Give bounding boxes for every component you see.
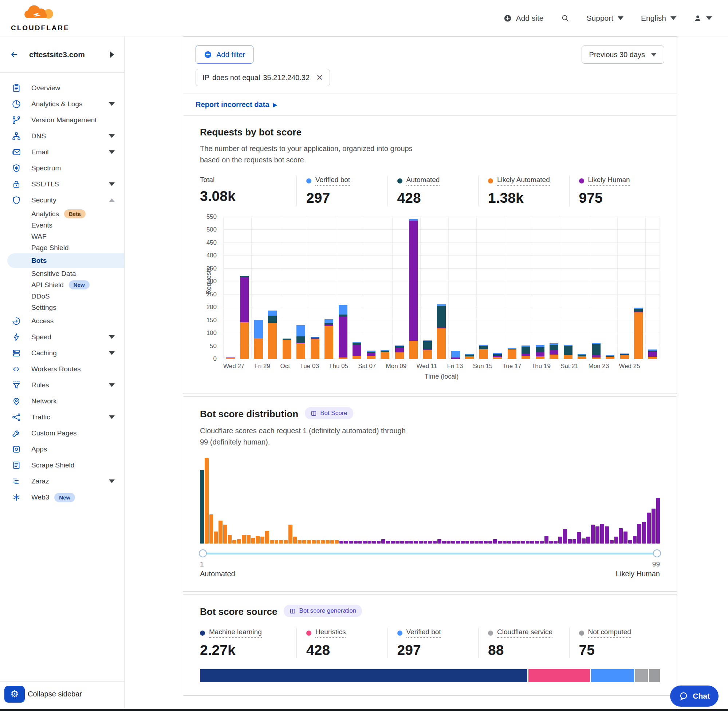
legend-dot [488,178,493,183]
sidebar-item-caching[interactable]: Caching [0,345,124,361]
filter-operator: does not equal [212,74,260,82]
not-computed-segment [649,669,660,682]
histogram-bar [205,458,209,544]
slider-handle-min[interactable] [199,549,207,558]
site-selector[interactable]: cftestsite3.com [0,36,124,73]
y-tick-label: 0 [213,356,217,363]
stat-label[interactable]: Machine learning [209,628,262,638]
sidebar-item-dns[interactable]: DNS [0,128,124,144]
sidebar-item-waf[interactable]: WAF [0,231,124,242]
support-menu[interactable]: Support [587,14,624,22]
plus-circle-icon [504,14,512,22]
sidebar-item-overview[interactable]: Overview [0,80,124,96]
stat-label[interactable]: Automated [406,176,440,186]
y-tick-label: 550 [207,213,217,221]
sidebar-item-workers-routes[interactable]: Workers Routes [0,361,124,377]
likely-automated-segment [240,322,249,359]
stat-value: 1.38k [488,190,569,206]
chevron-right-icon[interactable] [110,51,114,58]
preferences-button[interactable]: ⚙ [4,686,25,703]
sidebar-item-label: DDoS [31,292,50,300]
sidebar-item-zaraz[interactable]: Zaraz [0,473,124,489]
likely-automated-segment [381,352,389,359]
chart-slot [603,217,617,359]
x-tick-label: Oct [280,363,290,370]
sidebar-item-analytics-logs[interactable]: Analytics & Logs [0,96,124,112]
stat-label[interactable]: Cloudflare service [497,628,552,638]
sidebar-item-scrape-shield[interactable]: Scrape Shield [0,457,124,473]
sidebar-item-rules[interactable]: Rules [0,377,124,393]
add-site-button[interactable]: Add site [504,14,544,22]
language-menu[interactable]: English [641,14,676,22]
sidebar-item-version-management[interactable]: Version Management [0,112,124,128]
automated-segment [564,346,573,355]
sidebar-item-page-shield[interactable]: Page Shield [0,242,124,254]
badge-new: New [54,493,75,502]
y-tick-label: 300 [207,278,217,285]
sidebar-item-custom-pages[interactable]: Custom Pages [0,425,124,441]
chart-slot [505,217,519,359]
date-range-select[interactable]: Previous 30 days [582,46,664,64]
sidebar-item-network[interactable]: Network [0,393,124,409]
sidebar-item-apps[interactable]: Apps [0,441,124,457]
sidebar-item-ddos[interactable]: DDoS [0,291,124,302]
sidebar-item-email[interactable]: Email [0,144,124,160]
sidebar-item-settings[interactable]: Settings [0,302,124,313]
bot-score-badge-label: Bot Score [320,410,347,417]
likely-automated-segment [634,312,643,359]
stat-label[interactable]: Likely Human [588,176,630,186]
chart-slot [547,217,561,359]
stat-label[interactable]: Verified bot [315,176,350,186]
slider-handle-max[interactable] [653,549,661,558]
sidebar-item-api-shield[interactable]: API ShieldNew [0,279,124,291]
sidebar-item-web3[interactable]: Web3New [0,489,124,505]
search-icon[interactable] [561,14,569,22]
likely-automated-segment [339,357,347,359]
stat-label[interactable]: Likely Automated [497,176,550,186]
stat-label[interactable]: Verified bot [406,628,441,638]
back-arrow-icon[interactable] [10,51,18,59]
chat-button[interactable]: Chat [670,686,719,707]
slider-track [200,553,660,555]
sidebar-item-speed[interactable]: Speed [0,329,124,345]
filter-chip[interactable]: IP does not equal 35.212.240.32 ✕ [196,69,330,86]
x-tick-label [437,363,447,370]
collapse-sidebar-button[interactable]: Collapse sidebar [28,690,82,698]
sidebar-item-security[interactable]: Security [0,192,124,208]
bot-score-generation-badge[interactable]: Bot score generation [284,605,362,617]
network-icon [12,397,21,406]
sidebar-item-events[interactable]: Events [0,220,124,231]
close-icon[interactable]: ✕ [316,73,323,83]
top-header: CLOUDFLARE Add site Support English [0,0,728,36]
sidebar-item-traffic[interactable]: Traffic [0,409,124,425]
stat-label[interactable]: Not computed [588,628,631,638]
histogram-bar [545,536,548,544]
verified-bot-segment [451,351,460,357]
histogram-bar [293,537,297,544]
sidebar-item-analytics[interactable]: AnalyticsBeta [0,208,124,220]
overview-icon [12,83,21,93]
sidebar-item-access[interactable]: Access [0,313,124,329]
account-menu[interactable] [694,14,712,22]
likely-automated-segment [395,353,404,359]
sidebar-item-spectrum[interactable]: Spectrum [0,160,124,176]
sidebar-item-bots[interactable]: Bots [7,254,124,268]
histogram-bar [637,524,641,544]
likely-human-caption: Likely Human [616,570,660,578]
caching-icon [12,348,21,358]
requests-section-description: The number of requests to your applicati… [200,143,415,166]
x-tick-label: Mon 23 [588,363,609,370]
automated-segment [423,341,432,349]
sidebar-item-sensitive-data[interactable]: Sensitive Data [0,268,124,279]
histogram-bar [610,540,614,544]
sidebar-item-label: Security [31,196,56,204]
add-filter-button[interactable]: Add filter [196,46,254,64]
report-incorrect-data-link[interactable]: Report incorrect data ▶ [196,100,277,109]
stat-label[interactable]: Heuristics [315,628,346,638]
chevron-up-icon [109,198,115,202]
triangle-right-icon: ▶ [273,102,277,108]
bot-score-badge[interactable]: Bot Score [305,407,353,419]
chart-bar [325,319,333,359]
sidebar-item-ssl-tls[interactable]: SSL/TLS [0,176,124,192]
legend-dot [306,631,312,636]
